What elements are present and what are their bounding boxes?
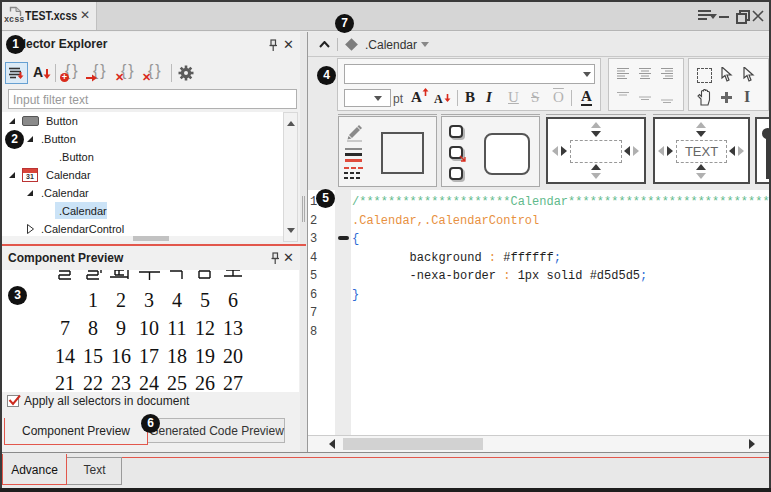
svg-text:xcss: xcss bbox=[4, 15, 24, 24]
